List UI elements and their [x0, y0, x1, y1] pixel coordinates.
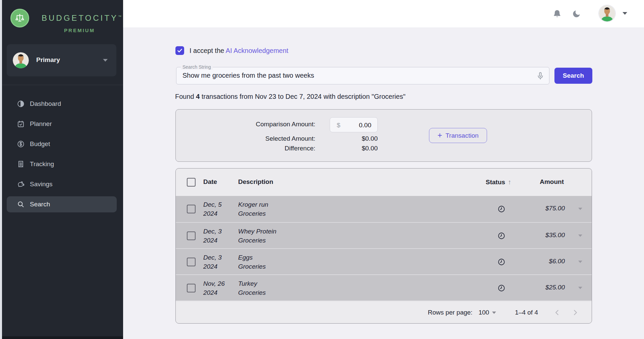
- amount-cell: $6.00: [549, 258, 565, 265]
- sidebar-item-planner[interactable]: Planner: [7, 116, 117, 132]
- select-all-checkbox[interactable]: [187, 178, 196, 187]
- column-header-amount[interactable]: Amount: [540, 178, 564, 186]
- sidebar-item-label: Dashboard: [30, 100, 61, 108]
- sidebar: BUDGETOCITY™ PREMIUM Primary Dashb: [2, 0, 123, 339]
- sidebar-item-label: Budget: [30, 140, 50, 148]
- row-expand-caret-icon[interactable]: [578, 234, 582, 237]
- results-count: 4: [196, 93, 200, 100]
- row-checkbox[interactable]: [187, 284, 196, 292]
- status-header-label: Status: [486, 179, 505, 186]
- consent-checkbox[interactable]: [175, 46, 184, 55]
- pagination-range: 1–4 of 4: [515, 309, 538, 316]
- sort-ascending-icon: ↑: [508, 178, 511, 186]
- previous-page-button[interactable]: [553, 308, 561, 317]
- notifications-button[interactable]: [552, 9, 562, 18]
- sidebar-item-label: Planner: [30, 120, 52, 128]
- pending-clock-icon: [497, 258, 505, 266]
- profile-avatar[interactable]: [599, 5, 615, 21]
- sidebar-item-savings[interactable]: Savings: [7, 176, 117, 192]
- table-row[interactable]: Dec, 32024 Whey ProteinGroceries $35.00: [176, 222, 592, 248]
- table-row[interactable]: Dec, 52024 Kroger runGroceries $75.00: [176, 196, 592, 222]
- sidebar-item-budget[interactable]: Budget: [7, 136, 117, 152]
- ai-acknowledgement-link[interactable]: AI Acknowledgement: [226, 47, 288, 54]
- brand-name: BUDGETOCITY™: [42, 13, 121, 23]
- row-checkbox[interactable]: [187, 231, 196, 240]
- consent-label-prefix: I accept the: [190, 47, 226, 54]
- brand-tier-label: PREMIUM: [42, 27, 117, 33]
- search-string-field[interactable]: Search String Show me groceries from the…: [176, 67, 549, 84]
- search-field-label: Search String: [181, 64, 213, 70]
- next-page-button[interactable]: [571, 308, 580, 317]
- window-scrollbar-track[interactable]: [0, 0, 2, 339]
- date-line2: 2024: [203, 236, 222, 245]
- row-checkbox[interactable]: [187, 205, 196, 213]
- table-header-row: Date Description Status ↑ Amount: [176, 168, 592, 196]
- column-header-status[interactable]: Status ↑: [486, 178, 511, 186]
- difference-value: $0.00: [327, 145, 378, 152]
- sidebar-item-label: Search: [30, 201, 50, 208]
- dark-mode-toggle[interactable]: [572, 9, 581, 18]
- chevron-left-icon: [553, 308, 561, 317]
- plus-icon: +: [437, 131, 442, 140]
- brand-logo: [10, 9, 29, 27]
- search-button[interactable]: Search: [554, 68, 592, 84]
- selected-amount-value: $0.00: [327, 135, 378, 142]
- chevron-right-icon: [571, 308, 580, 317]
- pending-clock-icon: [497, 284, 505, 292]
- description-cell: TurkeyGroceries: [238, 279, 266, 297]
- sidebar-divider: [2, 85, 123, 85]
- microphone-icon: [536, 71, 545, 81]
- comparison-amount-input[interactable]: $ 0.00: [330, 117, 378, 132]
- description-cell: EggsGroceries: [238, 253, 266, 271]
- main-area: I accept the AI Acknowledgement Search S…: [123, 0, 644, 339]
- dollar-circle-icon: [17, 140, 25, 148]
- date-line1: Dec, 3: [203, 253, 222, 262]
- calendar-check-icon: [17, 120, 25, 128]
- sidebar-item-dashboard[interactable]: Dashboard: [7, 96, 117, 112]
- date-line1: Nov, 26: [203, 279, 225, 288]
- comparison-amount-value[interactable]: 0.00: [359, 122, 371, 129]
- row-expand-caret-icon[interactable]: [578, 208, 582, 210]
- date-line1: Dec, 5: [203, 200, 222, 209]
- currency-prefix: $: [337, 122, 340, 129]
- description-category: Groceries: [238, 236, 276, 245]
- date-cell: Dec, 32024: [203, 253, 222, 271]
- check-icon: [177, 48, 183, 54]
- search-input-value[interactable]: Show me groceries from the past two week…: [182, 72, 314, 79]
- sidebar-item-tracking[interactable]: Tracking: [7, 156, 117, 172]
- voice-input-button[interactable]: [536, 71, 545, 81]
- results-summary-prefix: Found: [175, 93, 196, 100]
- table-pagination-footer: Rows per page: 100 1–4 of 4: [176, 300, 592, 324]
- search-icon: [17, 200, 25, 208]
- balance-scale-icon: [14, 12, 25, 24]
- description-line1: Kroger run: [238, 200, 268, 209]
- row-expand-caret-icon[interactable]: [578, 287, 582, 289]
- account-selector[interactable]: Primary: [7, 44, 116, 76]
- add-transaction-button[interactable]: + Transaction: [429, 128, 487, 143]
- profile-menu-caret-icon[interactable]: [623, 12, 627, 15]
- rows-per-page-value: 100: [479, 309, 489, 316]
- row-checkbox[interactable]: [187, 258, 196, 266]
- rows-per-page-label: Rows per page:: [428, 309, 473, 316]
- row-expand-caret-icon[interactable]: [578, 261, 582, 263]
- comparison-amount-label: Comparison Amount:: [176, 121, 315, 128]
- date-cell: Nov, 262024: [203, 279, 225, 297]
- description-line1: Eggs: [238, 253, 266, 262]
- results-summary: Found 4 transactions from Nov 23 to Dec …: [175, 93, 406, 100]
- consent-label: I accept the AI Acknowledgement: [190, 47, 288, 55]
- sidebar-item-label: Savings: [30, 181, 53, 188]
- table-row[interactable]: Nov, 262024 TurkeyGroceries $25.00: [176, 274, 592, 300]
- column-header-description[interactable]: Description: [238, 178, 273, 186]
- description-category: Groceries: [238, 262, 266, 271]
- sidebar-item-search[interactable]: Search: [7, 196, 117, 212]
- description-line1: Whey Protein: [238, 227, 276, 236]
- brand-name-text: BUDGETOCITY: [42, 13, 118, 22]
- date-line2: 2024: [203, 262, 222, 271]
- column-header-date[interactable]: Date: [203, 178, 217, 186]
- rows-per-page-select[interactable]: 100: [479, 309, 496, 316]
- sidebar-item-label: Tracking: [30, 160, 54, 168]
- selected-amount-label: Selected Amount:: [176, 135, 315, 142]
- description-cell: Whey ProteinGroceries: [238, 227, 276, 245]
- pie-chart-icon: [17, 100, 25, 108]
- table-row[interactable]: Dec, 32024 EggsGroceries $6.00: [176, 248, 592, 274]
